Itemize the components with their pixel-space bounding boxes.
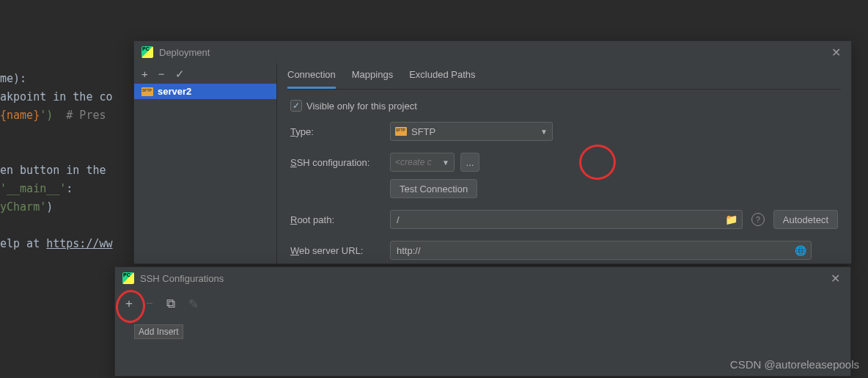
chevron-down-icon: ▼ bbox=[540, 128, 548, 136]
copy-icon[interactable]: ⧉ bbox=[166, 297, 175, 311]
tab-mappings[interactable]: Mappings bbox=[352, 63, 393, 89]
add-tooltip: Add Insert bbox=[134, 324, 183, 339]
chevron-down-icon: ▼ bbox=[442, 159, 449, 167]
deployment-form: Connection Mappings Excluded Paths ✓ Vis… bbox=[277, 63, 851, 263]
deployment-dialog: Deployment ✕ + − ✓ server2 Connection Ma… bbox=[133, 40, 852, 264]
pycharm-icon bbox=[122, 272, 134, 284]
deployment-sidebar: + − ✓ server2 bbox=[134, 63, 277, 263]
ssh-browse-button[interactable]: ... bbox=[460, 153, 479, 172]
remove-icon[interactable]: − bbox=[146, 297, 153, 311]
ssh-titlebar[interactable]: SSH Configurations ✕ bbox=[115, 267, 850, 289]
tab-connection[interactable]: Connection bbox=[287, 63, 336, 89]
visible-only-checkbox[interactable]: ✓ bbox=[290, 100, 302, 112]
type-select[interactable]: SFTP ▼ bbox=[390, 122, 553, 141]
check-icon[interactable]: ✓ bbox=[175, 68, 185, 79]
remove-icon[interactable]: − bbox=[158, 68, 165, 79]
visible-only-label: Visible only for this project bbox=[306, 101, 417, 112]
root-path-label: Root path: bbox=[290, 214, 390, 225]
server-list-item[interactable]: server2 bbox=[134, 84, 276, 99]
watermark: CSDN @autoreleasepools bbox=[730, 358, 859, 371]
edit-icon[interactable]: ✎ bbox=[188, 297, 199, 312]
root-path-input[interactable]: / 📁 bbox=[390, 210, 743, 229]
web-url-input[interactable]: http:// 🌐 bbox=[390, 241, 812, 260]
code-fstring: {name} bbox=[0, 109, 40, 122]
sidebar-toolbar: + − ✓ bbox=[134, 63, 276, 84]
deployment-titlebar[interactable]: Deployment ✕ bbox=[134, 41, 851, 63]
add-icon[interactable]: + bbox=[141, 68, 148, 79]
web-url-label: Web server URL: bbox=[290, 245, 390, 256]
folder-icon[interactable]: 📁 bbox=[725, 214, 738, 225]
add-icon[interactable]: + bbox=[125, 297, 133, 311]
close-icon[interactable]: ✕ bbox=[828, 46, 844, 59]
ssh-title: SSH Configurations bbox=[140, 273, 224, 284]
tab-excluded[interactable]: Excluded Paths bbox=[409, 63, 475, 89]
autodetect-button[interactable]: Autodetect bbox=[773, 210, 838, 229]
ssh-config-label: SSH configuration: bbox=[290, 157, 390, 168]
help-icon[interactable]: ? bbox=[751, 213, 765, 226]
sftp-icon bbox=[395, 127, 407, 136]
sftp-icon bbox=[141, 87, 153, 96]
test-connection-button[interactable]: Test Connection bbox=[390, 179, 477, 198]
tabs: Connection Mappings Excluded Paths bbox=[287, 63, 841, 90]
pycharm-icon bbox=[141, 46, 153, 58]
server-name: server2 bbox=[158, 86, 191, 97]
ssh-config-select[interactable]: <create c ▼ bbox=[390, 153, 455, 172]
ssh-toolbar: + − ⧉ ✎ bbox=[115, 289, 850, 319]
type-label: Type: bbox=[290, 126, 390, 137]
deployment-title: Deployment bbox=[159, 47, 210, 58]
close-icon[interactable]: ✕ bbox=[828, 272, 843, 286]
globe-icon[interactable]: 🌐 bbox=[795, 245, 806, 256]
